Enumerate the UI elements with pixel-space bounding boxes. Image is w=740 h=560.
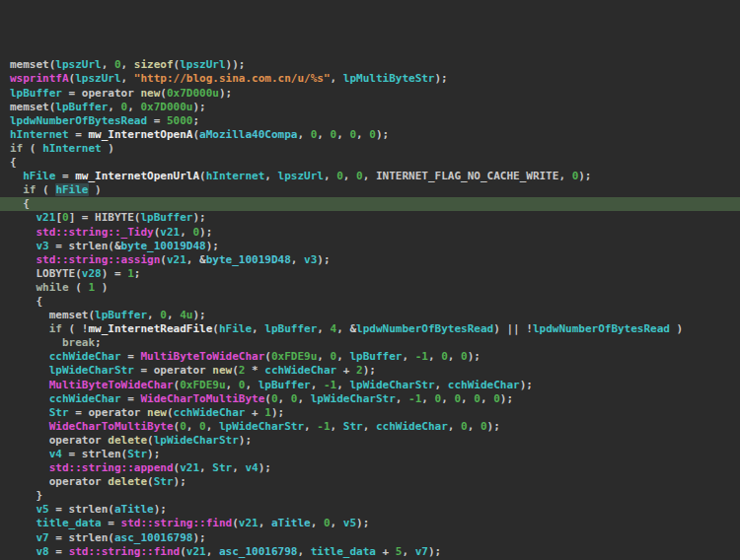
code-token-plain: ) — [102, 142, 114, 155]
code-line[interactable]: break; — [0, 336, 740, 350]
code-line[interactable]: cchWideChar = WideCharToMultiByte(0, 0, … — [0, 392, 740, 406]
code-token-var: lpWideCharStr — [154, 434, 239, 447]
pseudocode-view[interactable]: ); memset(lpszUrl, 0, sizeof(lpszUrl));w… — [0, 0, 740, 560]
code-token-plain: , — [199, 461, 212, 474]
code-line[interactable]: MultiByteToWideChar(0xFDE9u, 0, lpBuffer… — [0, 379, 740, 392]
code-token-plain: = strlen(& — [49, 240, 121, 252]
code-token-imp: std::string::append — [49, 461, 174, 474]
code-line[interactable]: WideCharToMultiByte(0, 0, lpWideCharStr,… — [0, 420, 740, 434]
code-token-var: v3 — [304, 253, 317, 266]
code-token-plain: , — [180, 226, 192, 239]
code-token-num: 0 — [441, 350, 448, 363]
code-token-plain — [10, 253, 37, 266]
code-token-plain: * — [245, 364, 264, 377]
code-token-plain: , — [167, 309, 180, 321]
code-line[interactable]: std::string::append(v21, Str, v4); — [0, 461, 740, 475]
code-token-imp: MultiByteToWideChar — [140, 350, 264, 363]
code-token-plain: , — [206, 545, 219, 558]
code-token-const: INTERNET_FLAG_NO_CACHE_WRITE — [376, 170, 558, 182]
code-line[interactable]: lpBuffer = operator new(0x7D000u); — [0, 87, 740, 101]
code-token-mwf: mw_InternetOpenA — [88, 128, 192, 141]
code-token-plain: , — [121, 72, 134, 85]
code-line[interactable]: v8 = std::string::find(v21, asc_10016798… — [0, 545, 740, 559]
code-token-plain: { — [10, 295, 42, 308]
code-token-kw: while — [37, 281, 69, 294]
code-line[interactable]: operator delete(lpWideCharStr); — [0, 434, 740, 448]
code-token-num: 0 — [461, 350, 468, 363]
code-token-var: lpszUrl — [278, 170, 324, 182]
code-token-plain: , — [245, 379, 258, 391]
code-token-plain: = operator — [62, 87, 140, 100]
code-token-num: 0 — [356, 170, 363, 182]
code-line[interactable]: lpWideCharStr = operator new(2 * cchWide… — [0, 364, 740, 378]
code-line[interactable]: LOBYTE(v28) = 1; — [0, 267, 740, 281]
code-line[interactable]: v4 = strlen(Str); — [0, 448, 740, 461]
code-token-num: 0x7D000u — [140, 101, 192, 113]
code-token-varhl: hFile — [55, 183, 88, 196]
code-token-num: 2 — [356, 364, 363, 377]
code-line[interactable]: cchWideChar = MultiByteToWideChar(0xFDE9… — [0, 350, 740, 364]
code-token-plain: = — [147, 114, 167, 127]
code-token-var: v21 — [186, 545, 206, 558]
code-token-plain: ); — [376, 128, 389, 141]
code-token-plain: , — [331, 517, 343, 529]
code-token-plain: ); — [174, 475, 186, 488]
code-token-plain: , — [206, 420, 219, 433]
code-token-plain: { — [10, 156, 17, 169]
code-line[interactable]: v21[0] = HIBYTE(lpBuffer); — [0, 211, 740, 225]
code-line[interactable]: if ( !mw_InternetReadFile(hFile, lpBuffe… — [0, 322, 740, 336]
code-token-plain: LOBYTE( — [10, 267, 82, 280]
code-token-plain: , — [448, 420, 461, 433]
code-token-num: 0xFDE9u — [180, 379, 225, 391]
code-token-num: 0 — [369, 128, 376, 141]
code-token-dat: aMozilla40Compa — [199, 128, 297, 141]
code-line[interactable]: if ( hFile ) — [0, 183, 740, 197]
code-line[interactable]: title_data = std::string::find(v21, aTit… — [0, 517, 740, 530]
code-token-plain: ); — [147, 448, 160, 460]
code-token-var: lpBuffer — [10, 87, 62, 100]
code-token-plain — [10, 545, 37, 558]
code-line[interactable]: hInternet = mw_InternetOpenA(aMozilla40C… — [0, 128, 740, 142]
code-line[interactable]: if ( hInternet ) — [0, 142, 740, 156]
code-line[interactable]: lpdwNumberOfBytesRead = 5000; — [0, 114, 740, 128]
code-line[interactable]: Str = operator new(cchWideChar + 1); — [0, 406, 740, 420]
code-line[interactable]: v3 = strlen(&byte_10019D48); — [0, 240, 740, 253]
code-line[interactable]: memset(lpBuffer, 0, 4u); — [0, 309, 740, 322]
code-line[interactable]: v5 = strlen(aTitle); — [0, 503, 740, 517]
code-line[interactable]: wsprintfA(lpszUrl, "http://blog.sina.com… — [0, 72, 740, 86]
code-token-plain: operator — [10, 434, 108, 447]
code-line[interactable]: v7 = strlen(asc_10016798); — [0, 531, 740, 545]
code-line-current[interactable]: { — [0, 197, 740, 211]
code-line[interactable]: std::string::assign(v21, &byte_10019D48,… — [0, 253, 740, 267]
code-token-plain: , — [356, 128, 369, 141]
code-line[interactable]: std::string::_Tidy(v21, 0); — [0, 226, 740, 240]
code-token-plain: ) — [95, 281, 108, 294]
code-line[interactable]: } — [0, 489, 740, 503]
code-token-dat: byte_10019D48 — [121, 240, 206, 252]
code-line[interactable]: { — [0, 156, 740, 170]
code-token-kw: if — [49, 322, 62, 335]
code-line[interactable]: hFile = mw_InternetOpenUrlA(hInternet, l… — [0, 170, 740, 183]
code-line[interactable]: memset(lpBuffer, 0, 0x7D000u); — [0, 101, 740, 114]
code-token-plain: , — [402, 350, 414, 363]
code-token-plain — [10, 531, 37, 544]
code-line[interactable]: { — [0, 295, 740, 309]
code-token-plain — [10, 379, 49, 391]
code-token-mwf: mw_InternetReadFile — [89, 322, 213, 335]
code-token-plain: , — [291, 253, 304, 266]
code-token-plain: ( — [212, 322, 219, 335]
code-token-plain: ); — [500, 392, 513, 405]
code-token-plain: ( — [180, 545, 186, 558]
code-line[interactable]: while ( 1 ) — [0, 281, 740, 295]
code-token-plain: , — [297, 545, 310, 558]
code-line[interactable]: memset(lpszUrl, 0, sizeof(lpszUrl)); — [0, 58, 740, 72]
code-token-plain: ( — [232, 517, 239, 529]
code-token-plain: , — [127, 101, 140, 113]
code-token-var: Str — [154, 475, 174, 488]
code-line[interactable]: operator delete(Str); — [0, 475, 740, 489]
code-token-plain: ( — [160, 253, 167, 266]
code-token-num: 0 — [493, 392, 500, 405]
code-token-plain: memset( — [10, 309, 95, 321]
code-token-num: 4u — [180, 309, 192, 321]
code-token-var: cchWideChar — [264, 364, 336, 377]
